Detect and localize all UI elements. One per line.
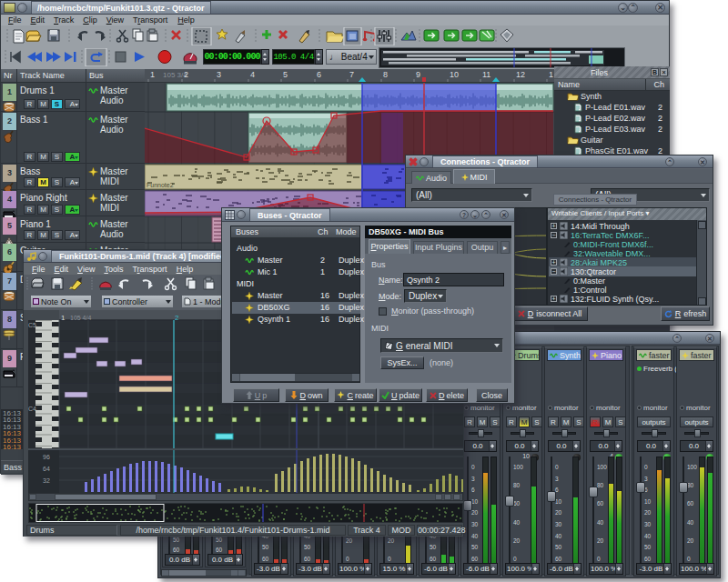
svg-text:10: 10 bbox=[450, 70, 459, 79]
svg-text:Funnote2: Funnote2 bbox=[147, 182, 174, 188]
svg-text:6: 6 bbox=[317, 70, 321, 79]
svg-text:2: 2 bbox=[184, 70, 188, 79]
svg-text:11: 11 bbox=[482, 70, 490, 79]
svg-text:5: 5 bbox=[283, 70, 288, 79]
svg-text:32: 32 bbox=[43, 477, 50, 484]
svg-text:4: 4 bbox=[250, 70, 255, 79]
svg-text:96: 96 bbox=[43, 454, 50, 460]
svg-text:1: 1 bbox=[150, 70, 155, 79]
svg-text:12: 12 bbox=[516, 70, 525, 79]
svg-text:C5: C5 bbox=[28, 322, 36, 328]
svg-text:7: 7 bbox=[349, 70, 354, 79]
svg-text:64: 64 bbox=[43, 466, 50, 472]
svg-text:3: 3 bbox=[217, 70, 221, 79]
svg-text:9: 9 bbox=[416, 70, 420, 79]
svg-text:8: 8 bbox=[383, 70, 388, 79]
svg-text:1: 1 bbox=[549, 70, 553, 79]
svg-text:C4: C4 bbox=[28, 406, 36, 412]
